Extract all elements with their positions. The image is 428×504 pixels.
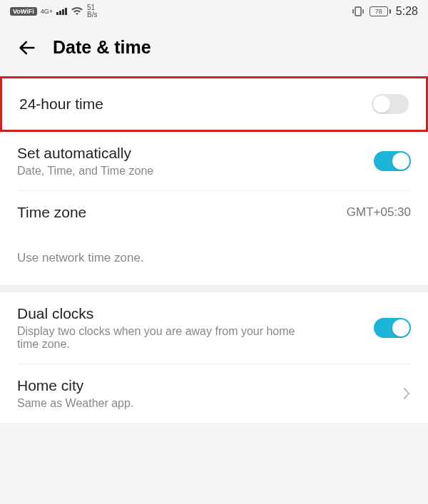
setting-subtitle: Display two clocks when you are away fro… — [17, 325, 317, 351]
page-title: Date & time — [53, 37, 151, 58]
setting-subtitle: Same as Weather app. — [17, 397, 402, 410]
vibrate-icon — [352, 6, 365, 16]
setting-label: Time zone — [17, 204, 86, 221]
setting-set-automatically[interactable]: Set automatically Date, Time, and Time z… — [0, 132, 428, 190]
network-type: 4G+ — [41, 9, 53, 15]
vowifi-indicator: VoWiFi — [10, 7, 37, 16]
setting-value: GMT+05:30 — [347, 205, 411, 220]
section-divider — [0, 285, 428, 292]
chevron-right-icon — [402, 386, 411, 401]
page-header: Date & time — [0, 23, 428, 76]
back-icon[interactable] — [17, 38, 37, 58]
toggle-dual-clocks[interactable] — [374, 318, 411, 338]
toggle-set-automatically[interactable] — [374, 151, 411, 171]
settings-list: 24-hour time Set automatically Date, Tim… — [0, 76, 428, 423]
status-bar: VoWiFi 4G+ 51 B/s 78 5:28 — [0, 0, 428, 23]
status-left: VoWiFi 4G+ 51 B/s — [10, 4, 97, 19]
setting-time-zone[interactable]: Time zone GMT+05:30 — [0, 191, 428, 234]
svg-rect-0 — [355, 7, 361, 16]
data-rate: 51 B/s — [87, 4, 97, 19]
setting-label: Set automatically — [17, 145, 374, 162]
clock-time: 5:28 — [396, 5, 418, 18]
signal-icon — [56, 8, 67, 15]
battery-indicator: 78 — [370, 6, 391, 16]
setting-label: Dual clocks — [17, 305, 374, 322]
timezone-info: Use network time zone. — [0, 234, 428, 285]
toggle-24hour[interactable] — [372, 94, 409, 114]
status-right: 78 5:28 — [352, 5, 418, 18]
setting-label: Home city — [17, 377, 402, 394]
setting-label: 24-hour time — [19, 96, 103, 113]
setting-dual-clocks[interactable]: Dual clocks Display two clocks when you … — [0, 292, 428, 364]
setting-home-city[interactable]: Home city Same as Weather app. — [0, 364, 428, 423]
wifi-icon — [71, 6, 83, 16]
setting-subtitle: Date, Time, and Time zone — [17, 165, 374, 178]
setting-24hour-time[interactable]: 24-hour time — [0, 76, 428, 132]
